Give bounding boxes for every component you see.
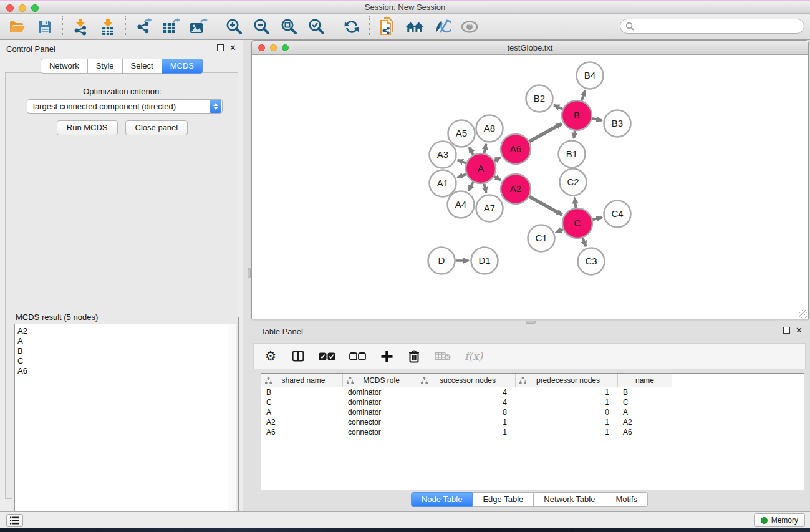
column-header-successor-nodes[interactable]: successor nodes — [417, 374, 516, 387]
import-network-icon[interactable] — [71, 17, 90, 36]
graph-node-A3[interactable]: A3 — [430, 142, 456, 168]
tab-motifs[interactable]: Motifs — [605, 492, 648, 507]
table-cell[interactable]: dominator — [343, 398, 417, 407]
table-cell[interactable]: 8 — [417, 408, 516, 417]
edge-A-A7[interactable] — [484, 183, 486, 193]
table-row[interactable]: Adominator80A — [261, 407, 804, 417]
graph-node-C3[interactable]: C3 — [578, 248, 605, 275]
graph-node-A5[interactable]: A5 — [448, 120, 475, 147]
graph-node-A[interactable]: A — [466, 153, 496, 183]
edge-A-A1[interactable] — [458, 174, 466, 178]
delete-column-trash-icon[interactable] — [407, 348, 421, 364]
task-history-button[interactable] — [6, 514, 23, 527]
table-cell[interactable]: 1 — [516, 398, 618, 407]
graph-node-D[interactable]: D — [428, 248, 455, 274]
table-cell[interactable]: B — [261, 388, 343, 397]
search-input[interactable] — [637, 22, 799, 31]
graph-node-A6[interactable]: A6 — [501, 134, 531, 164]
graph-node-B[interactable]: B — [562, 100, 592, 130]
memory-button[interactable]: Memory — [754, 513, 805, 527]
table-cell[interactable]: 1 — [516, 388, 618, 397]
graph-node-C2[interactable]: C2 — [560, 169, 587, 196]
graph-node-C4[interactable]: C4 — [604, 201, 631, 228]
table-cell[interactable]: C — [261, 398, 343, 407]
tab-style[interactable]: Style — [88, 59, 123, 74]
search-field[interactable] — [620, 19, 804, 34]
graph-node-B1[interactable]: B1 — [559, 141, 586, 168]
graph-node-A7[interactable]: A7 — [476, 195, 503, 222]
minimize-window-button[interactable] — [19, 4, 26, 12]
open-file-icon[interactable] — [8, 17, 27, 36]
home-icon[interactable] — [405, 17, 424, 36]
mcds-result-item[interactable]: A6 — [17, 366, 228, 376]
close-panel-button[interactable]: Close panel — [125, 120, 188, 135]
edge-C-C4[interactable] — [592, 218, 602, 220]
table-cell[interactable]: A6 — [618, 428, 672, 437]
edge-A-A8[interactable] — [484, 144, 486, 153]
column-header-mcds-role[interactable]: MCDS role — [343, 374, 417, 387]
graph-node-D1[interactable]: D1 — [471, 248, 498, 274]
tab-network[interactable]: Network — [41, 59, 88, 74]
export-table-icon[interactable] — [162, 17, 180, 36]
mcds-result-item[interactable]: B — [17, 346, 228, 356]
graph-node-A1[interactable]: A1 — [430, 170, 456, 197]
graph-node-A8[interactable]: A8 — [476, 115, 503, 142]
graph-node-A2[interactable]: A2 — [501, 174, 531, 204]
tab-network-table[interactable]: Network Table — [534, 492, 605, 507]
table-cell[interactable]: A2 — [618, 418, 672, 427]
tab-edge-table[interactable]: Edge Table — [473, 492, 534, 507]
graph-node-B2[interactable]: B2 — [526, 85, 553, 112]
edge-A-A2[interactable] — [494, 177, 501, 180]
table-row[interactable]: A2connector11A2 — [261, 417, 804, 427]
table-cell[interactable]: A6 — [261, 428, 343, 437]
graph-node-A4[interactable]: A4 — [448, 191, 475, 218]
mcds-result-item[interactable]: A2 — [17, 326, 228, 336]
tab-node-table[interactable]: Node Table — [411, 492, 473, 507]
column-header-name[interactable]: name — [618, 374, 672, 387]
show-details-icon[interactable] — [460, 17, 479, 36]
table-cell[interactable]: 1 — [516, 428, 618, 437]
refresh-icon[interactable] — [342, 17, 361, 36]
table-cell[interactable]: dominator — [343, 408, 417, 417]
table-cell[interactable]: connector — [343, 418, 417, 427]
zoom-in-icon[interactable] — [224, 17, 243, 36]
float-table-panel-icon[interactable] — [783, 327, 790, 334]
table-cell[interactable]: 1 — [417, 418, 516, 427]
mcds-result-item[interactable]: C — [17, 356, 228, 366]
graph-node-C[interactable]: C — [562, 208, 592, 238]
export-image-icon[interactable] — [189, 17, 208, 36]
close-window-button[interactable] — [6, 4, 14, 12]
edge-B-B1[interactable] — [574, 131, 575, 138]
zoom-selected-icon[interactable] — [307, 17, 325, 36]
edge-C-C1[interactable] — [556, 230, 563, 233]
table-cell[interactable]: dominator — [343, 388, 417, 397]
network-window-titlebar[interactable]: testGlobe.txt — [252, 41, 808, 55]
float-panel-icon[interactable] — [217, 44, 224, 51]
run-mcds-button[interactable]: Run MCDS — [57, 120, 118, 135]
delete-table-icon[interactable] — [435, 348, 451, 364]
network-minimize-button[interactable] — [270, 44, 277, 51]
add-column-icon[interactable] — [380, 348, 393, 364]
node-table[interactable]: shared nameMCDS rolesuccessor nodesprede… — [261, 373, 804, 490]
table-cell[interactable]: 1 — [516, 418, 618, 427]
table-options-gear-icon[interactable]: ⚙ — [264, 348, 277, 364]
table-cell[interactable]: B — [618, 388, 672, 397]
edge-A-A5[interactable] — [469, 147, 473, 155]
graph-node-B4[interactable]: B4 — [577, 62, 604, 89]
edge-C-C3[interactable] — [582, 238, 586, 246]
zoom-fit-icon[interactable] — [279, 17, 298, 36]
deselect-all-icon[interactable] — [349, 348, 366, 364]
table-cell[interactable]: connector — [343, 428, 417, 437]
import-table-icon[interactable] — [99, 17, 117, 36]
edge-B-B3[interactable] — [592, 118, 602, 120]
graph-node-B3[interactable]: B3 — [604, 110, 631, 137]
mcds-result-list[interactable]: A2ABCA6 — [15, 324, 228, 528]
export-network-icon[interactable] — [134, 17, 153, 36]
column-header-predecessor-nodes[interactable]: predecessor nodes — [516, 374, 618, 387]
mcds-result-item[interactable]: A — [17, 336, 228, 346]
table-cell[interactable]: 4 — [417, 398, 516, 407]
function-builder-icon[interactable]: f(x) — [465, 348, 483, 364]
table-row[interactable]: Bdominator41B — [261, 387, 804, 397]
select-all-icon[interactable] — [319, 348, 335, 364]
network-graph[interactable]: B4B2BB3A8A5A6A3B1AA1C2A2A4A7C4CC1DD1C3 — [252, 55, 808, 319]
